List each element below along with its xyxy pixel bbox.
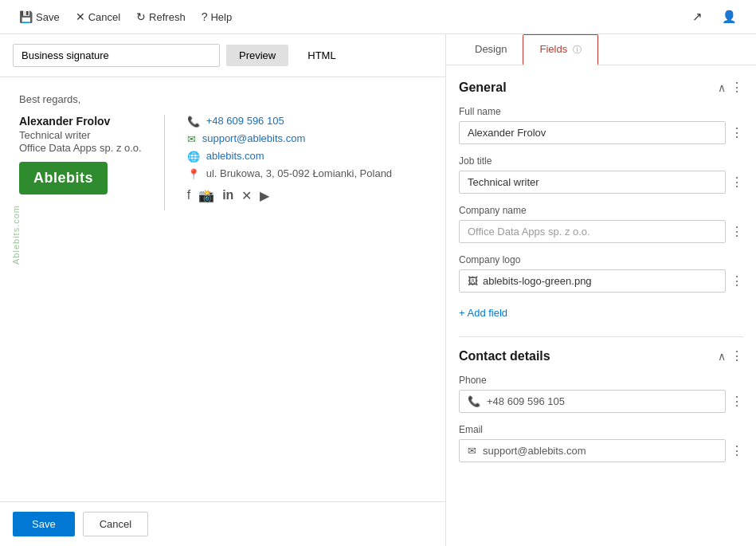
company-logo-options-dots[interactable]: ⋮ <box>731 273 743 289</box>
general-collapse-chevron[interactable]: ∧ <box>718 81 726 94</box>
account-icon: 👤 <box>722 10 737 24</box>
signature-greeting: Best regards, <box>19 93 426 105</box>
tab-design[interactable]: Design <box>459 34 523 65</box>
signature-name-input[interactable] <box>13 44 220 67</box>
signature-address: ul. Brukowa, 3, 05-092 Łomianki, Poland <box>206 167 392 179</box>
phone-label: Phone <box>459 375 743 386</box>
job-title-row: ⋮ <box>459 171 743 194</box>
general-options-dots[interactable]: ⋮ <box>731 80 743 95</box>
expand-icon: ↗ <box>692 10 703 24</box>
main-layout: Preview HTML Best regards, Alexander Fro… <box>0 34 756 546</box>
job-title-field-group: Job title ⋮ <box>459 155 743 194</box>
youtube-icon[interactable]: ▶ <box>260 188 269 203</box>
toolbar: 💾 Save ✕ Cancel ↻ Refresh ? Help ↗ 👤 <box>0 0 756 34</box>
cancel-button[interactable]: ✕ Cancel <box>69 7 127 26</box>
phone-row: 📞 ⋮ <box>459 390 743 413</box>
save-button[interactable]: 💾 Save <box>13 7 66 26</box>
logo-filename: ablebits-logo-green.png <box>483 275 592 287</box>
contact-section-title: Contact details <box>459 349 550 363</box>
right-tabs: Design Fields ⓘ <box>446 34 756 65</box>
job-title-label: Job title <box>459 155 743 167</box>
help-icon: ? <box>202 10 208 23</box>
left-panel: Preview HTML Best regards, Alexander Fro… <box>0 34 446 546</box>
email-field-group: Email ✉ ⋮ <box>459 424 743 462</box>
facebook-icon[interactable]: f <box>187 188 190 203</box>
tab-fields[interactable]: Fields ⓘ <box>523 34 597 65</box>
save-icon: 💾 <box>19 10 33 23</box>
add-field-button[interactable]: + Add field <box>459 304 507 322</box>
general-section-title: General <box>459 81 507 95</box>
envelope-icon: ✉ <box>468 445 476 457</box>
job-title-options-dots[interactable]: ⋮ <box>731 175 743 190</box>
email-input-wrapper[interactable]: ✉ <box>459 439 726 462</box>
company-name-input[interactable] <box>459 220 726 243</box>
signature-right-column: 📞 +48 609 596 105 ✉ support@ablebits.com… <box>187 115 392 203</box>
expand-button[interactable]: ↗ <box>686 6 709 27</box>
phone-icon: 📞 <box>468 395 480 407</box>
phone-icon: 📞 <box>187 116 200 128</box>
company-name-label: Company name <box>459 205 743 216</box>
html-button[interactable]: HTML <box>295 45 348 66</box>
watermark: Ablebits.com <box>11 205 21 265</box>
cancel-icon: ✕ <box>76 10 85 23</box>
signature-social-links: f 📸 in ✕ ▶ <box>187 188 392 203</box>
signature-website-link[interactable]: ablebits.com <box>206 150 264 162</box>
company-logo-input[interactable]: 🖼 ablebits-logo-green.png <box>459 269 726 293</box>
company-logo-field-group: Company logo 🖼 ablebits-logo-green.png ⋮ <box>459 254 743 293</box>
location-icon: 📍 <box>187 168 200 180</box>
signature-email-row: ✉ support@ablebits.com <box>187 132 392 145</box>
full-name-input[interactable] <box>459 121 726 144</box>
instagram-icon[interactable]: 📸 <box>198 188 214 203</box>
full-name-label: Full name <box>459 106 743 117</box>
sig-save-button[interactable]: Save <box>13 512 75 536</box>
email-options-dots[interactable]: ⋮ <box>731 443 743 458</box>
company-name-options-dots[interactable]: ⋮ <box>731 224 743 239</box>
preview-button[interactable]: Preview <box>226 45 288 66</box>
sig-cancel-button[interactable]: Cancel <box>83 512 148 536</box>
signature-preview-area: Best regards, Alexander Frolov Technical… <box>0 77 445 501</box>
refresh-icon: ↻ <box>136 10 146 23</box>
signature-phone-row: 📞 +48 609 596 105 <box>187 115 392 128</box>
refresh-button[interactable]: ↻ Refresh <box>130 7 192 26</box>
sig-bottom-bar: Save Cancel <box>0 501 445 546</box>
signature-logo: Ablebits <box>19 162 108 194</box>
signature-divider <box>164 115 165 210</box>
company-logo-label: Company logo <box>459 254 743 265</box>
signature-phone-link[interactable]: +48 609 596 105 <box>206 115 284 127</box>
image-icon: 🖼 <box>468 275 478 287</box>
signature-website-row: 🌐 ablebits.com <box>187 150 392 163</box>
full-name-row: ⋮ <box>459 121 743 144</box>
email-input[interactable] <box>483 445 717 457</box>
envelope-icon: ✉ <box>187 133 196 145</box>
signature-person-name: Alexander Frolov <box>19 115 142 128</box>
signature-content: Alexander Frolov Technical writer Office… <box>19 115 426 210</box>
company-name-field-group: Company name ⋮ <box>459 205 743 243</box>
contact-collapse-chevron[interactable]: ∧ <box>718 350 726 363</box>
contact-section-header: Contact details ∧ ⋮ <box>459 348 743 363</box>
contact-options-dots[interactable]: ⋮ <box>731 348 743 363</box>
linkedin-icon[interactable]: in <box>222 188 233 203</box>
right-panel: Design Fields ⓘ General ∧ ⋮ Full name <box>446 34 756 546</box>
phone-options-dots[interactable]: ⋮ <box>731 394 743 409</box>
account-button[interactable]: 👤 <box>715 6 743 27</box>
phone-input-wrapper[interactable]: 📞 <box>459 390 726 413</box>
signature-left-column: Alexander Frolov Technical writer Office… <box>19 115 142 194</box>
signature-job-title: Technical writer <box>19 129 142 141</box>
right-content: General ∧ ⋮ Full name ⋮ Job title <box>446 65 756 546</box>
help-button[interactable]: ? Help <box>195 7 239 26</box>
company-logo-row: 🖼 ablebits-logo-green.png ⋮ <box>459 269 743 293</box>
general-section-header: General ∧ ⋮ <box>459 80 743 95</box>
sig-title-bar: Preview HTML <box>0 34 445 77</box>
tab-fields-info-icon: ⓘ <box>573 45 582 54</box>
job-title-input[interactable] <box>459 171 726 194</box>
x-twitter-icon[interactable]: ✕ <box>241 188 252 203</box>
section-divider <box>459 336 743 337</box>
email-label: Email <box>459 424 743 435</box>
globe-icon: 🌐 <box>187 151 200 163</box>
full-name-options-dots[interactable]: ⋮ <box>731 125 743 140</box>
signature-company: Office Data Apps sp. z o.o. <box>19 142 142 154</box>
phone-input[interactable] <box>487 395 717 407</box>
phone-field-group: Phone 📞 ⋮ <box>459 375 743 413</box>
signature-email-link[interactable]: support@ablebits.com <box>202 132 306 144</box>
full-name-field-group: Full name ⋮ <box>459 106 743 144</box>
